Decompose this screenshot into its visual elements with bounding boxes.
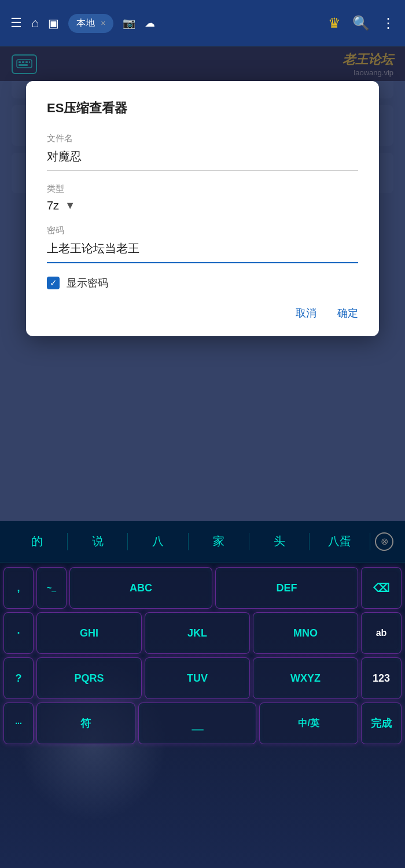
menu-icon[interactable]: ☰ <box>10 16 22 31</box>
question-label: ? <box>16 672 22 685</box>
keyboard-area: 的 说 八 家 头 八蛋 ⊗ , ~_ ABC DEF <box>0 521 405 868</box>
key-comma[interactable]: , <box>3 567 34 609</box>
done-label: 完成 <box>371 716 392 730</box>
show-password-row: ✓ 显示密码 <box>47 276 358 290</box>
key-zhongying[interactable]: 中/英 <box>259 703 358 744</box>
password-label: 密码 <box>47 225 358 236</box>
key-question[interactable]: ? <box>3 657 34 699</box>
dropdown-arrow-icon[interactable]: ▼ <box>65 200 75 212</box>
key-row-4: ··· 符 ＿ 中/英 完成 <box>3 703 402 744</box>
more-icon[interactable]: ⋮ <box>381 15 395 31</box>
type-value: 7z <box>47 199 59 212</box>
suggestion-bar: 的 说 八 家 头 八蛋 ⊗ <box>0 521 405 562</box>
tab-grid-icon[interactable]: ▣ <box>48 16 59 30</box>
key-space[interactable]: ＿ <box>138 703 257 744</box>
password-value[interactable]: 上老王论坛当老王 <box>47 241 358 263</box>
fu-label: 符 <box>80 716 91 730</box>
tilde-label: ~_ <box>47 583 56 593</box>
confirm-button[interactable]: 确定 <box>337 306 358 320</box>
filename-value: 对魔忍 <box>47 149 358 171</box>
key-def[interactable]: DEF <box>215 567 358 609</box>
dots-label: ··· <box>15 719 22 728</box>
cloud-icon[interactable]: ☁ <box>145 17 155 30</box>
key-period[interactable]: · <box>3 612 34 654</box>
top-nav: ☰ ⌂ ▣ 本地 × 📷 ☁ ♛ 🔍 ⋮ <box>0 0 405 46</box>
key-123[interactable]: 123 <box>361 657 402 699</box>
key-jkl[interactable]: JKL <box>145 612 250 654</box>
ghi-label: GHI <box>80 627 98 639</box>
cancel-button[interactable]: 取消 <box>296 306 316 320</box>
mno-label: MNO <box>293 627 318 639</box>
suggestion-2[interactable]: 说 <box>68 529 128 554</box>
suggestion-5[interactable]: 头 <box>249 529 310 554</box>
key-row-1: , ~_ ABC DEF ⌫ <box>3 567 402 609</box>
filename-label: 文件名 <box>47 133 358 144</box>
dialog: ES压缩查看器 文件名 对魔忍 类型 7z ▼ 密码 上老王论坛当老王 ✓ 显示… <box>26 81 379 336</box>
suggestion-more[interactable]: ⊗ <box>370 532 398 551</box>
show-password-checkbox[interactable]: ✓ <box>47 277 60 289</box>
key-row-2: · GHI JKL MNO ab <box>3 612 402 654</box>
key-pqrs[interactable]: PQRS <box>36 657 142 699</box>
key-mno[interactable]: MNO <box>253 612 358 654</box>
zhongying-label: 中/英 <box>298 718 319 730</box>
keys-area: , ~_ ABC DEF ⌫ · GHI JKL <box>0 562 405 868</box>
def-label: DEF <box>277 582 297 594</box>
search-icon[interactable]: 🔍 <box>352 15 370 31</box>
show-password-label: 显示密码 <box>67 276 108 290</box>
tab-label: 本地 <box>76 17 95 30</box>
suggestion-3[interactable]: 八 <box>128 529 188 554</box>
jkl-label: JKL <box>187 627 207 639</box>
key-fu[interactable]: 符 <box>36 703 135 744</box>
type-label: 类型 <box>47 183 358 194</box>
crown-icon[interactable]: ♛ <box>328 15 341 31</box>
pqrs-label: PQRS <box>74 672 104 685</box>
photo-icon[interactable]: 📷 <box>123 17 135 30</box>
space-label: ＿ <box>189 712 205 734</box>
tuv-label: TUV <box>187 672 208 685</box>
key-abc[interactable]: ABC <box>69 567 212 609</box>
suggestion-6[interactable]: 八蛋 <box>310 529 370 554</box>
dialog-actions: 取消 确定 <box>47 306 358 320</box>
suggestion-close-icon[interactable]: ⊗ <box>375 532 393 551</box>
tab-close-icon[interactable]: × <box>101 19 105 28</box>
backspace-icon: ⌫ <box>373 581 389 595</box>
home-icon[interactable]: ⌂ <box>31 16 39 31</box>
key-ab[interactable]: ab <box>361 612 402 654</box>
comma-label: , <box>17 582 20 594</box>
ab-label: ab <box>376 628 387 638</box>
nav-right-icons: ♛ 🔍 ⋮ <box>328 15 395 31</box>
key-ghi[interactable]: GHI <box>36 612 142 654</box>
dialog-title: ES压缩查看器 <box>47 100 358 117</box>
suggestion-4[interactable]: 家 <box>189 529 249 554</box>
local-tab[interactable]: 本地 × <box>68 14 113 33</box>
type-row: 7z ▼ <box>47 199 358 212</box>
num-label: 123 <box>373 672 390 685</box>
key-tilde[interactable]: ~_ <box>36 567 67 609</box>
key-dots[interactable]: ··· <box>3 703 34 744</box>
key-done[interactable]: 完成 <box>361 703 402 744</box>
key-wxyz[interactable]: WXYZ <box>253 657 358 699</box>
key-tuv[interactable]: TUV <box>145 657 250 699</box>
key-backspace[interactable]: ⌫ <box>361 567 402 609</box>
suggestion-1[interactable]: 的 <box>7 529 67 554</box>
wxyz-label: WXYZ <box>290 672 321 685</box>
period-label: · <box>17 627 20 639</box>
key-row-3: ? PQRS TUV WXYZ 123 <box>3 657 402 699</box>
abc-label: ABC <box>130 582 152 594</box>
